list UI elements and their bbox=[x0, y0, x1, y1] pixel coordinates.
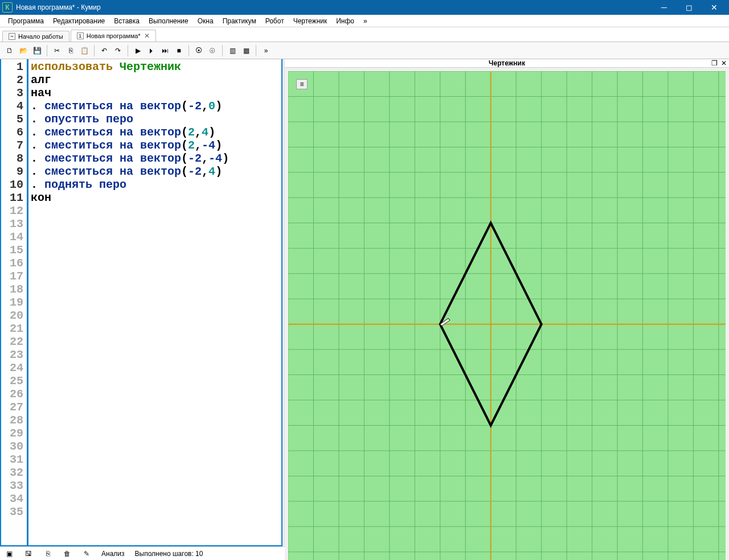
maximize-button[interactable]: ◻ bbox=[677, 0, 702, 15]
tab[interactable]: 1Новая программа* ✕ bbox=[71, 30, 156, 42]
undo-button[interactable]: ↶ bbox=[98, 44, 110, 57]
line-number: 20 bbox=[2, 309, 23, 322]
code-line[interactable]: . сместиться на вектор(2,4) bbox=[31, 126, 279, 139]
line-number: 28 bbox=[2, 414, 23, 427]
line-gutter: 1234567891011121314151617181920212223242… bbox=[1, 59, 28, 545]
line-number: 11 bbox=[2, 191, 23, 204]
editor-pane: 1234567891011121314151617181920212223242… bbox=[0, 59, 285, 546]
bp-toggle-button[interactable]: ⦿ bbox=[193, 44, 205, 57]
menu-item[interactable]: Окна bbox=[193, 16, 218, 26]
code-token: . bbox=[31, 113, 44, 126]
status-mode: Анализ bbox=[101, 550, 125, 558]
line-number: 5 bbox=[2, 113, 23, 126]
code-line[interactable]: нач bbox=[31, 87, 279, 100]
menu-item[interactable]: Робот bbox=[261, 16, 289, 26]
code-line[interactable]: . сместиться на вектор(-2,4) bbox=[31, 165, 279, 178]
open-button[interactable]: 📂 bbox=[17, 44, 30, 57]
close-button[interactable]: ✕ bbox=[702, 0, 727, 15]
minimize-button[interactable]: ─ bbox=[652, 0, 677, 15]
code-token: , bbox=[195, 126, 202, 139]
save-button[interactable]: 💾 bbox=[31, 44, 43, 57]
sb-icon-5[interactable]: ✎ bbox=[82, 549, 91, 558]
status-steps: Выполнено шагов: 10 bbox=[135, 550, 203, 558]
tab-close-icon[interactable]: ✕ bbox=[144, 32, 150, 40]
canvas-area[interactable]: ≡ bbox=[285, 68, 729, 560]
cut-button[interactable]: ✂ bbox=[51, 44, 63, 57]
line-number: 25 bbox=[2, 374, 23, 388]
code-line[interactable]: . поднять перо bbox=[31, 178, 279, 191]
code-line[interactable]: алг bbox=[31, 73, 279, 87]
tab[interactable]: ~Начало работы bbox=[2, 31, 69, 42]
tab-label: Начало работы bbox=[18, 33, 63, 40]
code-token: 4 bbox=[208, 165, 215, 178]
code-token: Чертежник bbox=[120, 60, 181, 73]
line-number: 4 bbox=[2, 100, 23, 113]
line-number: 34 bbox=[2, 492, 23, 505]
drawing-canvas[interactable] bbox=[288, 71, 726, 560]
line-number: 6 bbox=[2, 126, 23, 139]
canvas-menu-button[interactable]: ≡ bbox=[296, 79, 308, 89]
code-token: сместиться на вектор bbox=[44, 165, 181, 178]
code-area[interactable]: использовать Чертежникалгнач. сместиться… bbox=[28, 59, 281, 545]
line-number: 8 bbox=[2, 152, 23, 165]
sb-icon-1[interactable]: ▣ bbox=[5, 549, 14, 558]
menu-item[interactable]: Практикум bbox=[218, 16, 261, 26]
copy-button[interactable]: ⎘ bbox=[64, 44, 77, 57]
canvas-close-icon[interactable]: ✕ bbox=[721, 59, 727, 67]
paste-button[interactable]: 📋 bbox=[78, 44, 91, 57]
code-token: ) bbox=[208, 126, 215, 139]
code-token: 0 bbox=[208, 100, 215, 113]
window-title: Новая программа* - Кумир bbox=[16, 3, 652, 11]
menu-item[interactable]: Редактирование bbox=[48, 16, 109, 26]
code-line[interactable]: . опустить перо bbox=[31, 113, 279, 126]
sb-icon-4[interactable]: 🗑 bbox=[63, 549, 72, 558]
line-number: 17 bbox=[2, 270, 23, 283]
step-button[interactable]: ⏵ bbox=[145, 44, 158, 57]
code-token: ) bbox=[215, 139, 222, 152]
fast-button[interactable]: ⏭ bbox=[159, 44, 171, 57]
menu-item[interactable]: Инфо bbox=[331, 16, 359, 26]
code-token: нач bbox=[31, 87, 51, 100]
line-number: 31 bbox=[2, 453, 23, 466]
new-button[interactable]: 🗋 bbox=[3, 44, 16, 57]
run-button[interactable]: ▶ bbox=[132, 44, 144, 57]
code-line[interactable]: . сместиться на вектор(-2,-4) bbox=[31, 152, 279, 165]
editor-scroll[interactable]: 1234567891011121314151617181920212223242… bbox=[0, 59, 282, 546]
canvas-popout-icon[interactable]: ❐ bbox=[711, 59, 718, 67]
line-number: 33 bbox=[2, 479, 23, 492]
code-line[interactable]: . сместиться на вектор(2,-4) bbox=[31, 139, 279, 152]
toolbar-separator bbox=[222, 45, 223, 56]
line-number: 12 bbox=[2, 204, 23, 217]
sb-icon-2[interactable]: 🖫 bbox=[24, 549, 33, 558]
menu-item[interactable]: » bbox=[359, 16, 372, 26]
code-token: ( bbox=[181, 152, 188, 165]
menu-item[interactable]: Чертежник bbox=[289, 16, 332, 26]
sb-icon-3[interactable]: ⎘ bbox=[43, 549, 52, 558]
code-line[interactable]: использовать Чертежник bbox=[31, 60, 279, 73]
code-token: . bbox=[31, 100, 44, 113]
code-line[interactable]: . сместиться на вектор(-2,0) bbox=[31, 100, 279, 113]
more-button[interactable]: » bbox=[260, 44, 272, 57]
line-number: 32 bbox=[2, 466, 23, 479]
toolbar-separator bbox=[47, 45, 47, 56]
code-token: -4 bbox=[202, 139, 215, 152]
bp-clear-button[interactable]: ⦾ bbox=[206, 44, 219, 57]
tab-icon: ~ bbox=[9, 33, 15, 40]
redo-button[interactable]: ↷ bbox=[112, 44, 124, 57]
line-number: 13 bbox=[2, 217, 23, 230]
line-number: 26 bbox=[2, 388, 23, 401]
menu-item[interactable]: Программа bbox=[3, 16, 48, 26]
menu-item[interactable]: Выполнение bbox=[144, 16, 193, 26]
line-number: 9 bbox=[2, 165, 23, 178]
code-token: сместиться на вектор bbox=[44, 100, 181, 113]
code-token: сместиться на вектор bbox=[44, 139, 181, 152]
menu-item[interactable]: Вставка bbox=[109, 16, 144, 26]
stop-button[interactable]: ■ bbox=[173, 44, 185, 57]
code-token: использовать bbox=[31, 60, 120, 73]
grid-button[interactable]: ▦ bbox=[240, 44, 252, 57]
code-token: , bbox=[202, 100, 208, 113]
code-line[interactable]: кон bbox=[31, 191, 279, 204]
code-token: сместиться на вектор bbox=[44, 152, 181, 165]
cols-button[interactable]: ▥ bbox=[226, 44, 239, 57]
code-token: кон bbox=[31, 191, 51, 204]
